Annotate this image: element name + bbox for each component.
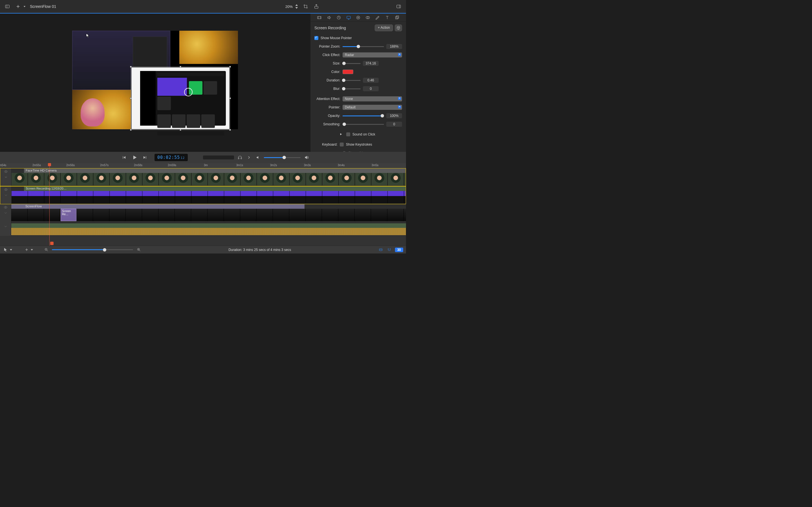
track-gutter: [0, 223, 11, 236]
lock-icon[interactable]: [4, 211, 8, 215]
svg-rect-15: [347, 16, 350, 18]
visibility-icon[interactable]: [4, 187, 8, 191]
timecode-display[interactable]: 00:02:5512: [154, 154, 188, 161]
tab-annotations[interactable]: [373, 13, 382, 21]
canvas-clip-leaves-top[interactable]: [179, 31, 238, 64]
duration-slider[interactable]: [343, 78, 361, 82]
show-mouse-pointer-checkbox[interactable]: [314, 36, 318, 40]
canvas-area[interactable]: [0, 13, 310, 152]
track-facetime[interactable]: FaceTime HD Camera: [0, 168, 406, 186]
svg-marker-41: [31, 249, 33, 251]
collapse-icon[interactable]: [4, 224, 8, 228]
library-toggle-button[interactable]: [4, 3, 11, 10]
add-action-button[interactable]: + Action: [375, 24, 393, 31]
snapping-button[interactable]: [378, 247, 384, 252]
inspector-toggle-button[interactable]: [395, 3, 402, 10]
blur-slider[interactable]: [343, 87, 361, 91]
size-slider[interactable]: [343, 61, 361, 66]
crop-button[interactable]: [302, 3, 309, 10]
jog-scrubber[interactable]: [203, 156, 234, 159]
tab-video[interactable]: [315, 13, 323, 21]
svg-rect-24: [396, 16, 398, 19]
smoothing-slider[interactable]: [343, 122, 384, 126]
in-point-marker[interactable]: [50, 242, 54, 245]
svg-marker-5: [296, 4, 298, 6]
duration-value[interactable]: 0.46: [363, 78, 378, 83]
opacity-value[interactable]: 100%: [386, 113, 402, 118]
track-label: [11, 223, 406, 228]
duration-text: Duration: 3 mins 25 secs of 4 mins 3 sec…: [229, 248, 291, 252]
add-media-button[interactable]: [15, 3, 21, 10]
volume-mute-icon[interactable]: [255, 154, 261, 161]
pointer-style-row: Pointer: Default: [314, 103, 402, 111]
selected-clip[interactable]: Screen Re…: [61, 209, 77, 221]
show-all-keys-row: Show all keys: [314, 149, 402, 152]
pointer-style-select[interactable]: Default: [343, 105, 402, 110]
track-screenflow[interactable]: ScreenFlow Screen Re…: [0, 204, 406, 223]
lock-icon[interactable]: [4, 175, 8, 179]
keyboard-row: Keyboard: Show Keystrokes: [314, 140, 402, 149]
play-button[interactable]: [132, 154, 138, 161]
blur-value[interactable]: 0: [363, 86, 378, 91]
attention-effect-select[interactable]: None: [343, 96, 402, 101]
chevron-right-icon[interactable]: [246, 154, 252, 161]
pointer-zoom-slider[interactable]: [343, 44, 384, 49]
tab-text[interactable]: [384, 13, 391, 21]
click-effect-row: Click Effect: Radar: [314, 51, 402, 59]
keyboard-label: Keyboard:: [314, 143, 338, 147]
canvas-zoom-value[interactable]: 20%: [285, 4, 293, 9]
framerate-pill[interactable]: 30: [395, 247, 403, 252]
next-frame-button[interactable]: [142, 154, 148, 161]
opacity-slider[interactable]: [343, 114, 384, 118]
tab-screen-recording[interactable]: [345, 13, 352, 21]
svg-point-19: [357, 17, 359, 18]
color-label: Color:: [314, 70, 340, 74]
svg-point-36: [5, 207, 6, 208]
lock-icon[interactable]: [4, 193, 8, 197]
pointer-tool-button[interactable]: [3, 247, 8, 252]
tab-audio[interactable]: [325, 13, 333, 21]
size-value[interactable]: 374.16: [363, 61, 378, 66]
volume-slider[interactable]: [264, 155, 301, 160]
share-button[interactable]: [313, 3, 320, 10]
ruler-tick: m54s: [0, 164, 6, 167]
time-ruler[interactable]: m54s2m55s2m56s2m57s2m58s2m59s3m3m1s3m2s3…: [0, 163, 406, 168]
prev-frame-button[interactable]: [121, 154, 128, 161]
tab-video-motion[interactable]: [335, 13, 343, 21]
canvas-clip-screenrecording[interactable]: [132, 67, 230, 129]
track-audio[interactable]: [0, 223, 406, 236]
track-screenrecording[interactable]: Screen Recording 12/03/20…: [0, 186, 406, 204]
canvas-clip-facetime[interactable]: [72, 90, 131, 129]
pointer-zoom-value[interactable]: 188%: [386, 44, 402, 49]
pointer-style-label: Pointer:: [314, 105, 340, 109]
sound-on-click-disclosure[interactable]: [340, 132, 342, 136]
pointer-zoom-label: Pointer Zoom:: [314, 45, 340, 48]
add-track-menu[interactable]: [31, 247, 33, 252]
show-keystrokes-checkbox[interactable]: [340, 143, 344, 147]
visibility-icon[interactable]: [4, 170, 8, 173]
attention-effect-label: Attention Effect:: [314, 97, 340, 101]
add-track-button[interactable]: [24, 247, 29, 252]
canvas-zoom-stepper[interactable]: [295, 3, 298, 10]
headphones-icon[interactable]: [237, 154, 243, 161]
volume-max-icon[interactable]: [303, 154, 310, 161]
add-media-menu-button[interactable]: [23, 3, 26, 10]
svg-point-34: [5, 171, 6, 172]
zoom-out-button[interactable]: [43, 247, 49, 252]
smoothing-value[interactable]: 0: [386, 122, 402, 127]
tab-callout[interactable]: [354, 13, 362, 21]
timeline-zoom-slider[interactable]: [52, 247, 133, 252]
color-swatch[interactable]: [343, 69, 353, 74]
canvas-stage[interactable]: [72, 31, 238, 129]
click-effect-select[interactable]: Radar: [343, 52, 402, 57]
tab-touch-callout[interactable]: [364, 13, 372, 21]
svg-marker-26: [340, 133, 342, 135]
zoom-in-button[interactable]: [136, 247, 142, 252]
visibility-icon[interactable]: [4, 205, 8, 209]
magnet-button[interactable]: [387, 247, 392, 252]
sound-on-click-checkbox[interactable]: [346, 132, 350, 136]
tab-media-library[interactable]: [393, 13, 401, 21]
svg-marker-29: [133, 156, 137, 159]
action-presets-button[interactable]: [395, 24, 402, 31]
pointer-tool-menu[interactable]: [10, 247, 12, 252]
